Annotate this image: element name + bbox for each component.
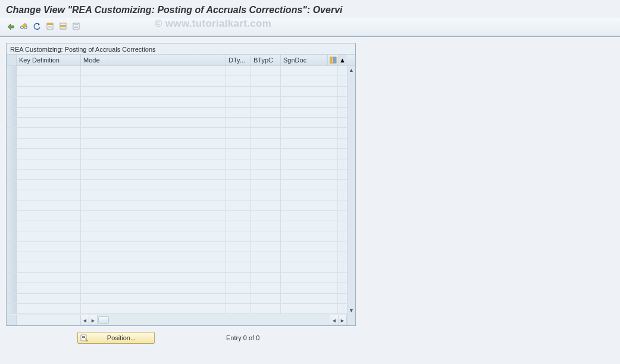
table-row[interactable] — [7, 211, 347, 221]
row-selector[interactable] — [7, 221, 17, 231]
cell-key-definition[interactable] — [17, 87, 81, 96]
cell-key-definition[interactable] — [17, 180, 81, 189]
row-selector[interactable] — [7, 128, 17, 137]
cell-btypc[interactable] — [251, 221, 281, 231]
row-selector[interactable] — [7, 170, 17, 179]
cell-dty[interactable] — [226, 76, 251, 86]
cell-btypc[interactable] — [251, 211, 281, 220]
cell-sgndoc[interactable] — [281, 139, 338, 148]
row-selector[interactable] — [7, 200, 17, 210]
cell-sgndoc[interactable] — [281, 200, 338, 210]
cell-mode[interactable] — [81, 159, 226, 169]
cell-dty[interactable] — [226, 304, 251, 313]
table-row[interactable] — [7, 139, 347, 149]
cell-dty[interactable] — [226, 231, 251, 241]
cell-btypc[interactable] — [251, 87, 281, 96]
table-row[interactable] — [7, 118, 347, 128]
cell-btypc[interactable] — [251, 118, 281, 127]
cell-mode[interactable] — [81, 273, 226, 283]
cell-mode[interactable] — [81, 118, 226, 127]
cell-mode[interactable] — [81, 211, 226, 220]
cell-btypc[interactable] — [251, 231, 281, 241]
scroll-up-button[interactable]: ▲ — [347, 66, 355, 74]
cell-key-definition[interactable] — [17, 159, 81, 169]
cell-mode[interactable] — [81, 262, 226, 272]
cell-mode[interactable] — [81, 283, 226, 293]
cell-dty[interactable] — [226, 170, 251, 179]
table-row[interactable] — [7, 200, 347, 211]
row-selector[interactable] — [7, 283, 17, 293]
scroll-right-button[interactable]: ► — [89, 315, 98, 325]
row-selector[interactable] — [7, 242, 17, 252]
cell-mode[interactable] — [81, 200, 226, 210]
row-selector[interactable] — [7, 262, 17, 272]
cell-mode[interactable] — [81, 231, 226, 241]
table-row[interactable] — [7, 221, 347, 231]
cell-key-definition[interactable] — [17, 231, 81, 241]
row-selector[interactable] — [7, 231, 17, 241]
cell-dty[interactable] — [226, 283, 251, 293]
row-selector[interactable] — [7, 273, 17, 283]
cell-key-definition[interactable] — [17, 139, 81, 148]
select-all-icon[interactable] — [44, 20, 56, 32]
cell-key-definition[interactable] — [17, 304, 81, 313]
cell-btypc[interactable] — [251, 159, 281, 169]
cell-key-definition[interactable] — [17, 200, 81, 210]
cell-sgndoc[interactable] — [281, 190, 338, 200]
cell-sgndoc[interactable] — [281, 304, 338, 313]
cell-sgndoc[interactable] — [281, 252, 338, 262]
cell-sgndoc[interactable] — [281, 273, 338, 283]
cell-btypc[interactable] — [251, 294, 281, 303]
table-row[interactable] — [7, 170, 347, 180]
row-selector[interactable] — [7, 159, 17, 169]
table-row[interactable] — [7, 76, 347, 86]
cell-sgndoc[interactable] — [281, 149, 338, 158]
cell-btypc[interactable] — [251, 128, 281, 137]
configure-columns-button[interactable] — [327, 55, 338, 65]
row-selector[interactable] — [7, 180, 17, 189]
cell-sgndoc[interactable] — [281, 108, 338, 117]
cell-btypc[interactable] — [251, 252, 281, 262]
cell-btypc[interactable] — [251, 76, 281, 86]
cell-sgndoc[interactable] — [281, 283, 338, 293]
table-row[interactable] — [7, 149, 347, 159]
col-header-sgndoc[interactable]: SgnDoc — [281, 55, 327, 65]
row-selector[interactable] — [7, 87, 17, 96]
cell-sgndoc[interactable] — [281, 159, 338, 169]
cell-dty[interactable] — [226, 180, 251, 189]
cell-key-definition[interactable] — [17, 294, 81, 303]
cell-sgndoc[interactable] — [281, 262, 338, 272]
cell-dty[interactable] — [226, 190, 251, 200]
cell-dty[interactable] — [226, 66, 251, 76]
table-row[interactable] — [7, 180, 347, 190]
cell-btypc[interactable] — [251, 262, 281, 272]
cell-btypc[interactable] — [251, 273, 281, 283]
cell-sgndoc[interactable] — [281, 294, 338, 303]
cell-sgndoc[interactable] — [281, 221, 338, 231]
cell-key-definition[interactable] — [17, 97, 81, 106]
table-row[interactable] — [7, 273, 347, 283]
cell-mode[interactable] — [81, 139, 226, 148]
row-selector[interactable] — [7, 76, 17, 86]
cell-dty[interactable] — [226, 97, 251, 106]
hscroll-track[interactable] — [98, 315, 330, 325]
cell-sgndoc[interactable] — [281, 242, 338, 252]
row-selector[interactable] — [7, 149, 17, 158]
cell-mode[interactable] — [81, 180, 226, 189]
vertical-scrollbar[interactable]: ▲ ▼ — [347, 66, 355, 315]
cell-key-definition[interactable] — [17, 221, 81, 231]
cell-key-definition[interactable] — [17, 170, 81, 179]
table-row[interactable] — [7, 262, 347, 272]
row-selector[interactable] — [7, 304, 17, 313]
col-header-mode[interactable]: Mode — [81, 55, 226, 65]
cell-dty[interactable] — [226, 200, 251, 210]
cell-btypc[interactable] — [251, 200, 281, 210]
cell-mode[interactable] — [81, 149, 226, 158]
table-row[interactable] — [7, 252, 347, 262]
glasses-pencil-icon[interactable] — [18, 20, 30, 32]
cell-sgndoc[interactable] — [281, 231, 338, 241]
cell-dty[interactable] — [226, 262, 251, 272]
cell-mode[interactable] — [81, 242, 226, 252]
cell-dty[interactable] — [226, 221, 251, 231]
cell-mode[interactable] — [81, 76, 226, 86]
